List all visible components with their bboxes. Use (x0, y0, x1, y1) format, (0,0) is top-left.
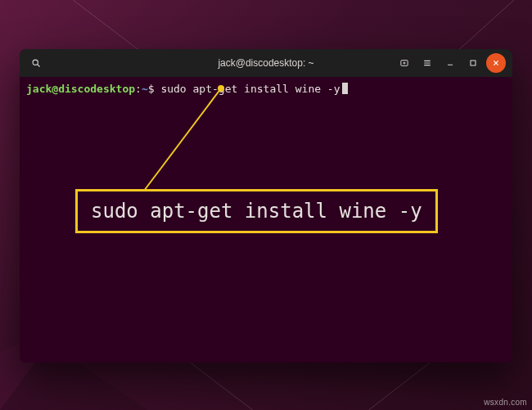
minimize-icon (445, 58, 455, 68)
close-button[interactable] (486, 53, 506, 73)
maximize-button[interactable] (463, 53, 483, 73)
svg-point-2 (33, 60, 38, 65)
hamburger-menu-button[interactable] (417, 53, 437, 73)
maximize-icon (468, 58, 478, 68)
callout-box: sudo apt-get install wine -y (75, 189, 438, 233)
callout-text: sudo apt-get install wine -y (91, 200, 422, 223)
search-button[interactable] (26, 53, 46, 73)
prompt-user-host: jack@discodesktop (26, 83, 135, 95)
watermark: wsxdn.com (484, 398, 527, 407)
close-icon (491, 58, 501, 68)
hamburger-icon (422, 58, 432, 68)
svg-line-3 (38, 65, 40, 67)
new-tab-icon (399, 58, 409, 68)
prompt-path: ~ (142, 83, 148, 95)
prompt-colon: : (135, 83, 142, 95)
new-tab-button[interactable] (394, 53, 414, 73)
svg-rect-11 (471, 61, 476, 65)
command-text: sudo apt-get install wine -y (160, 83, 340, 95)
terminal-cursor (342, 83, 348, 94)
search-icon (31, 58, 41, 68)
titlebar: jack@discodesktop: ~ (20, 49, 512, 77)
minimize-button[interactable] (440, 53, 460, 73)
prompt-symbol: $ (148, 83, 155, 95)
